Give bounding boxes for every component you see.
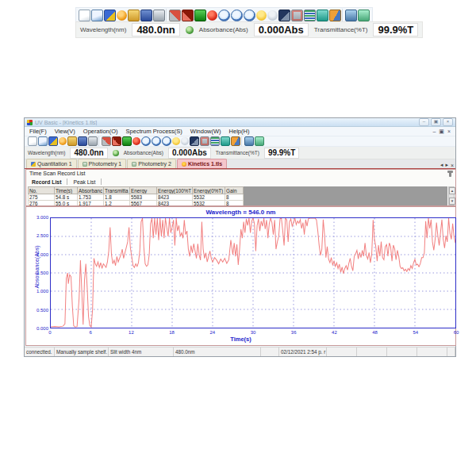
lamp-on-icon[interactable] — [256, 10, 267, 21]
column-header[interactable]: Energy(0%T) — [193, 187, 225, 194]
print-icon[interactable] — [153, 10, 165, 21]
monitor-icon[interactable] — [345, 10, 357, 21]
timer-icon[interactable] — [59, 137, 67, 145]
scroll-up-button[interactable]: ▲ — [449, 187, 455, 194]
mdi-minimize-button[interactable]: – — [432, 129, 436, 135]
status-cell — [357, 347, 387, 356]
record-scrollbar[interactable]: ▲ ▼ — [448, 186, 455, 205]
standard-user-icon[interactable] — [48, 136, 58, 146]
start-measure-icon[interactable] — [194, 10, 206, 21]
start-measure-icon[interactable] — [122, 136, 132, 146]
report-icon[interactable] — [38, 136, 48, 146]
minimize-button[interactable]: – — [419, 118, 429, 126]
edit-pen-red-icon[interactable] — [112, 136, 121, 146]
table-cell: 5583 — [130, 194, 157, 201]
table-cell: 8423 — [157, 194, 193, 201]
menu-file[interactable]: File(F) — [29, 128, 47, 135]
absorbance-label: Absorbance(Abs) — [124, 150, 163, 155]
plot-area[interactable] — [50, 217, 456, 328]
scroll-down-button[interactable]: ▼ — [449, 198, 455, 205]
wavelength-label: Wavelength(nm) — [80, 26, 126, 33]
open-folder-icon[interactable] — [67, 136, 77, 146]
subtab-peak-list[interactable]: Peak List — [71, 179, 98, 185]
lamp-off-icon[interactable] — [267, 10, 278, 21]
column-header[interactable]: Energy(100%T — [157, 187, 193, 194]
table-cell: 8 — [225, 201, 244, 206]
close-button[interactable]: × — [443, 118, 453, 126]
edit-pen-icon[interactable] — [169, 10, 181, 21]
table-cell: 54.8 s — [55, 194, 78, 201]
tab-prev-icon[interactable]: ◂ — [440, 162, 443, 168]
x-tick-label: 42 — [328, 330, 340, 335]
zoom-reset-icon[interactable] — [162, 136, 171, 146]
menu-help[interactable]: Help(H) — [229, 128, 250, 135]
save-icon[interactable] — [78, 136, 87, 146]
column-header[interactable]: Energy — [130, 187, 157, 194]
menu-view[interactable]: View(V) — [55, 128, 75, 135]
timer-icon[interactable] — [117, 10, 127, 21]
status-cell: 02/12/2021 2:54 p. r — [279, 347, 327, 356]
new-document-icon[interactable] — [79, 10, 90, 21]
instrument-setup-icon[interactable] — [278, 10, 290, 21]
baseline-icon[interactable] — [210, 136, 220, 146]
print-icon[interactable] — [88, 136, 98, 146]
restore-button[interactable]: ▣ — [431, 118, 441, 126]
menu-spectrum-process[interactable]: Spectrum Process(S) — [126, 128, 182, 135]
absorbance-value: 0.000Abs — [254, 23, 309, 36]
tab-photometry-1[interactable]: Photometry 1 — [78, 159, 127, 168]
sample-holder-icon[interactable] — [291, 10, 303, 21]
tab-quantitation-1[interactable]: Quantitation 1 — [26, 159, 77, 168]
pin-icon[interactable] — [449, 171, 451, 177]
cell-blank-icon[interactable] — [317, 10, 328, 21]
column-header[interactable]: No. — [29, 187, 55, 194]
zoom-out-icon[interactable] — [152, 136, 161, 146]
tab-photometry-2[interactable]: Photometry 2 — [127, 159, 176, 168]
zoom-reset-icon[interactable] — [244, 10, 255, 21]
open-folder-icon[interactable] — [128, 10, 140, 21]
save-icon[interactable] — [140, 10, 152, 21]
mdi-restore-button[interactable]: ▣ — [439, 129, 444, 135]
monitor-2-icon[interactable] — [358, 10, 370, 21]
tab-kinetics-1-tls[interactable]: Kinetics 1.tls — [177, 159, 227, 168]
column-header[interactable]: Transmitta — [104, 187, 130, 194]
send-data-icon[interactable] — [329, 10, 341, 21]
table-cell: 1.753 — [78, 194, 104, 201]
zoom-out-icon[interactable] — [231, 10, 243, 21]
send-data-icon[interactable] — [231, 136, 240, 146]
instrument-setup-icon[interactable] — [190, 136, 199, 146]
x-tick-label: 30 — [247, 330, 259, 335]
table-cell: 5532 — [193, 194, 225, 201]
tab-next-icon[interactable]: ▸ — [445, 162, 448, 168]
edit-pen-icon[interactable] — [102, 136, 111, 146]
column-header[interactable]: Absorbanc — [78, 187, 104, 194]
standard-user-icon[interactable] — [104, 10, 116, 21]
table-cell: 1.2 — [104, 201, 130, 206]
stop-measure-icon[interactable] — [132, 137, 140, 145]
x-tick-label: 6 — [84, 330, 97, 335]
lamp-on-icon[interactable] — [172, 137, 180, 145]
monitor-icon[interactable] — [244, 136, 254, 146]
lamp-off-icon[interactable] — [181, 137, 189, 145]
table-row[interactable]: 27554.8 s1.7531.85583842355328 — [29, 194, 244, 201]
subtab-record-list[interactable]: Record List — [29, 179, 63, 185]
subtab-divider — [101, 178, 102, 185]
column-header[interactable]: Time(s) — [55, 187, 78, 194]
sample-holder-icon[interactable] — [200, 136, 209, 146]
tab-close-icon[interactable]: × — [451, 163, 454, 168]
stop-measure-icon[interactable] — [207, 10, 217, 21]
y-axis-label: Absorbance(Abs) — [34, 240, 40, 295]
menu-window[interactable]: Window(W) — [190, 128, 221, 135]
baseline-icon[interactable] — [304, 10, 316, 21]
new-document-icon[interactable] — [28, 136, 37, 146]
monitor-2-icon[interactable] — [255, 136, 264, 146]
table-row[interactable]: 27655.0 s1.9171.25567842355328 — [29, 201, 244, 206]
zoom-in-icon[interactable] — [218, 10, 230, 21]
photo-tab-icon — [132, 162, 136, 167]
zoom-in-icon[interactable] — [141, 136, 151, 146]
edit-pen-red-icon[interactable] — [182, 10, 194, 21]
column-header[interactable]: Gain — [225, 187, 244, 194]
mdi-close-button[interactable]: × — [447, 129, 451, 135]
menu-operation[interactable]: Operation(O) — [83, 128, 118, 135]
report-icon[interactable] — [91, 10, 103, 21]
cell-blank-icon[interactable] — [221, 136, 230, 146]
